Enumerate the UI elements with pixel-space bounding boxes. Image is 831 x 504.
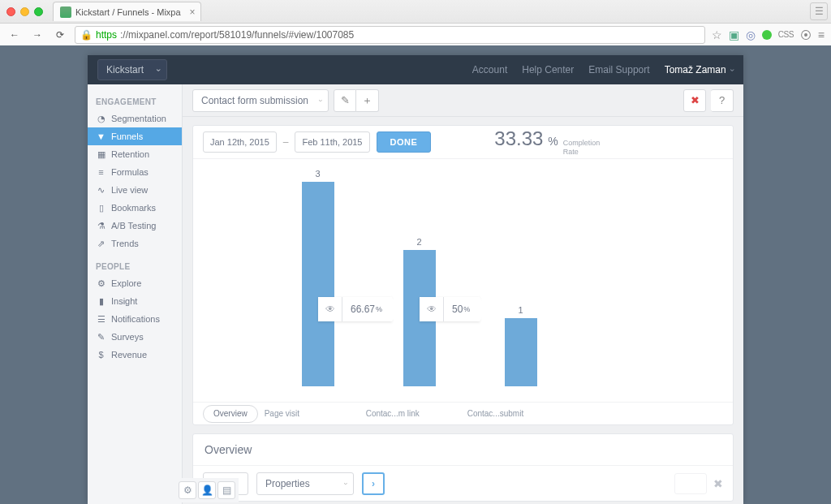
app-topbar: Kickstart Account Help Center Email Supp… xyxy=(88,55,743,84)
sidebar-icon: ▼ xyxy=(96,131,106,142)
user-menu-button[interactable]: ☰ xyxy=(810,2,828,20)
overview-pill[interactable]: Overview xyxy=(203,405,258,423)
sidebar-item-label: A/B Testing xyxy=(111,221,156,230)
project-name: Kickstart xyxy=(106,64,144,75)
settings-button[interactable]: ⚙ xyxy=(179,481,196,499)
eye-icon: 👁 xyxy=(420,297,444,321)
sidebar-icon: $ xyxy=(96,350,106,360)
funnel-step[interactable]: 3 xyxy=(267,169,368,386)
bar-value-label: 3 xyxy=(315,169,320,179)
sidebar-icon: ◔ xyxy=(96,114,106,124)
sidebar-item-funnels[interactable]: ▼Funnels xyxy=(88,127,182,145)
completion-pct: % xyxy=(548,135,558,148)
star-icon[interactable]: ☆ xyxy=(712,28,722,41)
account-link[interactable]: Account xyxy=(472,64,507,75)
chevron-right-icon: › xyxy=(372,478,375,489)
sidebar-icon: ▦ xyxy=(96,149,106,160)
sidebar-icon: ⚗ xyxy=(96,221,106,231)
add-button[interactable]: ＋ xyxy=(356,89,379,112)
conversion-value: 50% xyxy=(444,297,480,321)
window-controls[interactable] xyxy=(6,7,43,16)
reload-button[interactable]: ⟳ xyxy=(52,27,68,43)
done-button[interactable]: DONE xyxy=(377,131,432,153)
user-name: Tomaž Zaman xyxy=(665,64,726,75)
sidebar-icon: ▯ xyxy=(96,203,106,213)
funnel-panel: Jan 12th, 2015 – Feb 11th, 2015 DONE 33.… xyxy=(192,125,734,425)
browser-chrome: Kickstart / Funnels - Mixpa × ☰ ← → ⟳ 🔒 … xyxy=(0,0,831,45)
sidebar-icon: ⚙ xyxy=(96,278,106,289)
ext-icon-1[interactable]: ▣ xyxy=(729,28,739,41)
project-dropdown[interactable]: Kickstart xyxy=(97,59,167,80)
properties-dropdown[interactable]: Properties xyxy=(256,472,354,495)
sidebar-item-label: Explore xyxy=(111,278,141,288)
people-button[interactable]: 👤 xyxy=(198,481,216,499)
sidebar-item-revenue[interactable]: $Revenue xyxy=(88,346,182,364)
eye-icon: 👁 xyxy=(318,297,342,321)
ext-icon-3[interactable] xyxy=(762,30,772,40)
hamburger-icon[interactable]: ≡ xyxy=(818,28,825,41)
url-scheme: https xyxy=(96,29,117,41)
sidebar-item-label: Formulas xyxy=(111,167,149,177)
sidebar-item-surveys[interactable]: ✎Surveys xyxy=(88,328,182,346)
url-path: ://mixpanel.com/report/581019/funnels/#v… xyxy=(120,29,354,41)
sidebar-item-trends[interactable]: ⇗Trends xyxy=(88,235,182,252)
minimize-window[interactable] xyxy=(20,7,29,16)
plus-icon: ＋ xyxy=(362,93,372,108)
help-icon: ? xyxy=(719,94,725,106)
css-ext-icon[interactable]: CSS xyxy=(778,30,794,39)
sidebar-item-label: Insight xyxy=(111,296,137,306)
sidebar-icon: ⇗ xyxy=(96,239,106,249)
sidebar-item-formulas[interactable]: ≡Formulas xyxy=(88,163,182,181)
save-button[interactable]: ▤ xyxy=(217,481,235,499)
sidebar-item-label: Trends xyxy=(111,239,139,248)
delete-button[interactable]: ✖ xyxy=(683,89,706,112)
sidebar-item-retention[interactable]: ▦Retention xyxy=(88,145,182,163)
bar xyxy=(302,182,334,386)
ext-icon-4[interactable]: ⦿ xyxy=(800,28,812,41)
back-button[interactable]: ← xyxy=(6,27,23,43)
conversion-value: 66.67% xyxy=(342,297,392,321)
sidebar-item-label: Segmentation xyxy=(111,114,166,123)
address-bar[interactable]: 🔒 https://mixpanel.com/report/581019/fun… xyxy=(75,26,705,44)
sidebar-item-explore[interactable]: ⚙Explore xyxy=(88,274,182,292)
forward-button[interactable]: → xyxy=(29,27,45,43)
x-label-1[interactable]: Contac...m link xyxy=(366,409,467,418)
help-button[interactable]: ? xyxy=(711,89,734,112)
sidebar: ENGAGEMENT ◔Segmentation▼Funnels▦Retenti… xyxy=(88,84,183,504)
maximize-window[interactable] xyxy=(34,7,43,16)
x-label-0[interactable]: Page visit xyxy=(265,409,366,418)
date-to[interactable]: Feb 11th, 2015 xyxy=(295,131,369,153)
email-support-link[interactable]: Email Support xyxy=(588,64,649,75)
sidebar-heading-engagement: ENGAGEMENT xyxy=(88,93,182,110)
help-center-link[interactable]: Help Center xyxy=(522,64,574,75)
sidebar-item-insight[interactable]: ▮Insight xyxy=(88,292,182,310)
date-from[interactable]: Jan 12th, 2015 xyxy=(203,131,277,153)
overview-controls: BY Properties › ✖ xyxy=(193,465,733,501)
sidebar-icon: ▮ xyxy=(96,296,106,307)
next-arrow-button[interactable]: › xyxy=(362,472,385,495)
sidebar-item-label: Bookmarks xyxy=(111,203,156,213)
disabled-control xyxy=(674,473,707,494)
x-label-2[interactable]: Contac...submit xyxy=(467,409,569,418)
ext-icon-2[interactable]: ◎ xyxy=(746,28,756,41)
sidebar-item-a-b-testing[interactable]: ⚗A/B Testing xyxy=(88,217,182,235)
sidebar-item-live-view[interactable]: ∿Live view xyxy=(88,181,182,199)
user-menu[interactable]: Tomaž Zaman xyxy=(665,64,734,75)
sidebar-icon: ∿ xyxy=(96,185,106,196)
close-window[interactable] xyxy=(6,7,15,16)
funnel-dropdown[interactable]: Contact form submission xyxy=(192,89,329,112)
tab-title: Kickstart / Funnels - Mixpa xyxy=(75,7,181,17)
conversion-tag[interactable]: 👁66.67% xyxy=(318,297,392,321)
sidebar-icon: ✎ xyxy=(96,332,106,342)
browser-tab[interactable]: Kickstart / Funnels - Mixpa × xyxy=(53,2,201,21)
sidebar-item-segmentation[interactable]: ◔Segmentation xyxy=(88,110,182,127)
sidebar-icon: ≡ xyxy=(96,167,106,178)
close-tab-icon[interactable]: × xyxy=(190,6,196,18)
chart-x-axis: Overview Page visit Contac...m link Cont… xyxy=(193,402,733,424)
funnel-name: Contact form submission xyxy=(201,95,308,106)
edit-button[interactable]: ✎ xyxy=(334,89,356,112)
sidebar-item-bookmarks[interactable]: ▯Bookmarks xyxy=(88,199,182,217)
sidebar-item-notifications[interactable]: ☰Notifications xyxy=(88,310,182,328)
remove-filter[interactable]: ✖ xyxy=(713,477,723,490)
conversion-tag[interactable]: 👁50% xyxy=(420,297,480,321)
